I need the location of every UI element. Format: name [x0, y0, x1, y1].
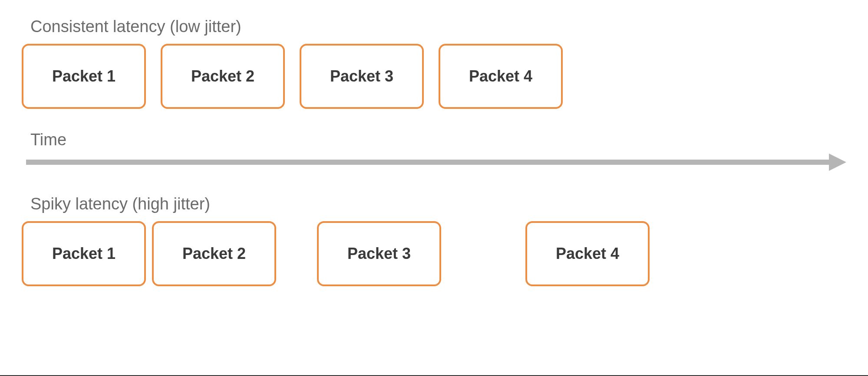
- consistent-latency-label: Consistent latency (low jitter): [30, 17, 846, 36]
- packet-box: Packet 3: [317, 221, 441, 286]
- time-axis-label: Time: [30, 131, 846, 149]
- packet-box: Packet 2: [152, 221, 276, 286]
- spiky-row: Packet 1 Packet 2 Packet 3 Packet 4: [22, 221, 846, 291]
- packet-box: Packet 2: [161, 44, 285, 109]
- packet-box: Packet 4: [439, 44, 563, 109]
- packet-box: Packet 3: [300, 44, 424, 109]
- arrow-line: [26, 160, 831, 165]
- spiky-latency-label: Spiky latency (high jitter): [30, 195, 846, 213]
- arrow-head-icon: [829, 154, 846, 171]
- packet-box: Packet 1: [22, 221, 146, 286]
- time-arrow: [22, 154, 846, 171]
- consistent-row: Packet 1 Packet 2 Packet 3 Packet 4: [22, 44, 846, 113]
- packet-box: Packet 1: [22, 44, 146, 109]
- packet-box: Packet 4: [525, 221, 650, 286]
